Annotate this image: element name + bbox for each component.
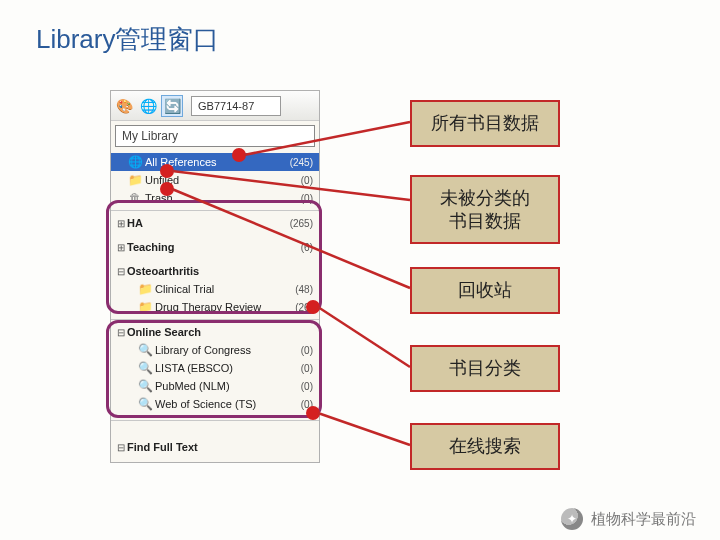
expand-icon[interactable]: ⊞ <box>115 242 127 253</box>
svg-line-4 <box>318 413 410 445</box>
connector-lines <box>0 0 720 540</box>
globe-icon: 🌐 <box>127 155 143 169</box>
annotation-online: 在线搜索 <box>410 423 560 470</box>
toolbar: 🎨 🌐 🔄 GB7714-87 <box>111 91 319 121</box>
watermark: ✦ 植物科学最前沿 <box>561 508 696 530</box>
search-icon: 🔍 <box>137 343 153 357</box>
tree-unfiled[interactable]: 📁 Unfiled (0) <box>111 171 319 189</box>
library-tree: 🌐 All References (245) 📁 Unfiled (0) 🗑 T… <box>111 151 319 462</box>
tree-item-count: (245) <box>286 157 313 168</box>
folder-icon: 📁 <box>137 282 153 296</box>
tree-online-wos[interactable]: 🔍 Web of Science (TS) (0) <box>111 395 319 413</box>
collapse-icon[interactable]: ⊟ <box>115 327 127 338</box>
tree-item-count: (0) <box>297 399 313 410</box>
annotation-all: 所有书目数据 <box>410 100 560 147</box>
tree-item-count: (26) <box>291 302 313 313</box>
trash-icon: 🗑 <box>127 191 143 205</box>
tree-item-count: (0) <box>297 345 313 356</box>
tree-subitem-drug[interactable]: 📁 Drug Therapy Review (26) <box>111 298 319 316</box>
tree-online-pubmed[interactable]: 🔍 PubMed (NLM) (0) <box>111 377 319 395</box>
tree-item-count: (48) <box>291 284 313 295</box>
tree-item-count: (0) <box>297 381 313 392</box>
tree-item-label: LISTA (EBSCO) <box>155 362 297 374</box>
tree-item-count: (265) <box>286 218 313 229</box>
tree-group-teaching[interactable]: ⊞ Teaching (6) <box>111 238 319 256</box>
tree-item-label: Web of Science (TS) <box>155 398 297 410</box>
tree-item-label: Library of Congress <box>155 344 297 356</box>
tree-online-lista[interactable]: 🔍 LISTA (EBSCO) (0) <box>111 359 319 377</box>
separator <box>111 210 319 211</box>
collapse-icon[interactable]: ⊟ <box>115 442 127 453</box>
annotation-unfiled: 未被分类的 书目数据 <box>410 175 560 244</box>
wechat-icon: ✦ <box>561 508 583 530</box>
folder-icon: 📁 <box>137 300 153 314</box>
separator <box>111 420 319 421</box>
tree-all-references[interactable]: 🌐 All References (245) <box>111 153 319 171</box>
tree-trash[interactable]: 🗑 Trash (0) <box>111 189 319 207</box>
tree-group-osteo[interactable]: ⊟ Osteoarthritis <box>111 262 319 280</box>
tree-find-full-text[interactable]: ⊟ Find Full Text <box>111 438 319 456</box>
svg-line-3 <box>318 307 410 367</box>
tree-item-label: Online Search <box>127 326 313 338</box>
tree-item-count: (0) <box>297 363 313 374</box>
folder-icon: 📁 <box>127 173 143 187</box>
search-icon: 🔍 <box>137 361 153 375</box>
search-icon: 🔍 <box>137 397 153 411</box>
tree-item-count: (0) <box>297 193 313 204</box>
tree-item-label: Teaching <box>127 241 297 253</box>
toolbar-sync-icon[interactable]: 🔄 <box>161 95 183 117</box>
tree-item-label: All References <box>145 156 286 168</box>
tree-item-label: Trash <box>145 192 297 204</box>
watermark-text: 植物科学最前沿 <box>591 510 696 529</box>
tree-item-count: (0) <box>297 175 313 186</box>
toolbar-globe-icon[interactable]: 🌐 <box>137 95 159 117</box>
tree-item-label: Find Full Text <box>127 441 313 453</box>
annotation-groups: 书目分类 <box>410 345 560 392</box>
annotation-trash: 回收站 <box>410 267 560 314</box>
tree-item-count: (6) <box>297 242 313 253</box>
toolbar-cube-icon[interactable]: 🎨 <box>113 95 135 117</box>
tree-item-label: Clinical Trial <box>155 283 291 295</box>
separator <box>111 319 319 320</box>
search-icon: 🔍 <box>137 379 153 393</box>
tree-subitem-clinical[interactable]: 📁 Clinical Trial (48) <box>111 280 319 298</box>
page-title: Library管理窗口 <box>36 22 219 57</box>
tree-online-loc[interactable]: 🔍 Library of Congress (0) <box>111 341 319 359</box>
my-library-header[interactable]: My Library <box>115 125 315 147</box>
tree-group-ha[interactable]: ⊞ HA (265) <box>111 214 319 232</box>
tree-item-label: Unfiled <box>145 174 297 186</box>
tree-item-label: HA <box>127 217 286 229</box>
tree-item-label: PubMed (NLM) <box>155 380 297 392</box>
collapse-icon[interactable]: ⊟ <box>115 266 127 277</box>
library-panel: 🎨 🌐 🔄 GB7714-87 My Library 🌐 All Referen… <box>110 90 320 463</box>
tree-item-label: Drug Therapy Review <box>155 301 291 313</box>
tree-item-label: Osteoarthritis <box>127 265 313 277</box>
expand-icon[interactable]: ⊞ <box>115 218 127 229</box>
tree-online-search[interactable]: ⊟ Online Search <box>111 323 319 341</box>
style-selector[interactable]: GB7714-87 <box>191 96 281 116</box>
